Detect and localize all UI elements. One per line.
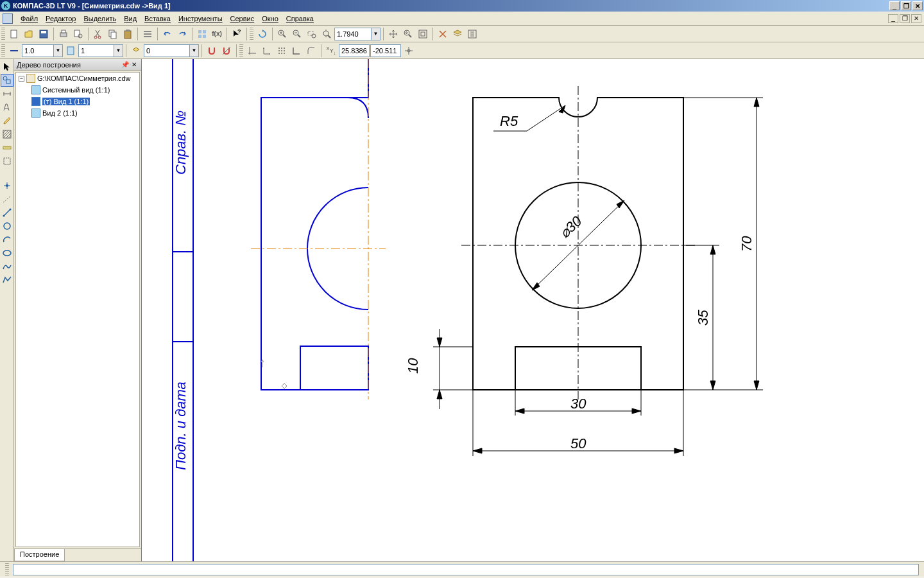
minimize-button[interactable]: _ xyxy=(889,1,900,10)
menu-view[interactable]: Вид xyxy=(120,13,141,24)
help-cursor-button[interactable]: ? xyxy=(230,27,244,41)
restore-button[interactable]: ❐ xyxy=(901,1,911,10)
dropdown-icon[interactable]: ▼ xyxy=(372,28,381,40)
pin-button[interactable]: 📌 xyxy=(121,60,130,69)
state-button-1[interactable] xyxy=(64,44,78,58)
mdi-close-button[interactable]: ✕ xyxy=(911,14,921,23)
polyline-tool-button[interactable] xyxy=(1,274,13,286)
xy-label-button[interactable]: XY↓ xyxy=(324,44,338,58)
dropdown-icon[interactable]: ▼ xyxy=(114,44,123,57)
geometry-tool-button[interactable] xyxy=(1,74,13,87)
toolbar-grip[interactable] xyxy=(1,44,5,57)
snap-off-button[interactable] xyxy=(219,44,234,58)
menu-service[interactable]: Сервис xyxy=(227,13,259,24)
toolbar-grip[interactable] xyxy=(1,28,5,40)
menu-tools[interactable]: Инструменты xyxy=(175,13,227,24)
rebuild-button[interactable] xyxy=(436,27,450,41)
point-tool-button[interactable] xyxy=(1,179,13,192)
tree-body[interactable]: − G:\КОМПАС\Симметрия.cdw Системный вид … xyxy=(15,72,140,547)
toolbar-grip[interactable] xyxy=(5,563,9,576)
cut-button[interactable] xyxy=(91,27,105,41)
ellipse-tool-button[interactable] xyxy=(1,247,13,259)
zoom-out-button[interactable] xyxy=(290,27,304,41)
edit-tool-button[interactable] xyxy=(1,114,13,127)
zoom-window-button[interactable] xyxy=(305,27,319,41)
menu-window[interactable]: Окно xyxy=(258,13,282,24)
zoom-in-button[interactable] xyxy=(275,27,289,41)
menu-file[interactable]: Файл xyxy=(17,13,42,24)
line-style-button[interactable] xyxy=(7,44,21,58)
open-button[interactable] xyxy=(22,27,36,41)
dropdown-icon[interactable]: ▼ xyxy=(54,44,63,57)
polyline-icon xyxy=(2,275,12,285)
menu-edit[interactable]: Редактор xyxy=(42,13,80,24)
toolbar-grip[interactable] xyxy=(250,28,253,40)
refresh-button[interactable] xyxy=(255,27,270,41)
save-button[interactable] xyxy=(37,27,51,41)
line-tool-button[interactable] xyxy=(1,206,13,219)
tool-btn-1[interactable] xyxy=(245,44,259,58)
spline-tool-button[interactable] xyxy=(1,260,13,273)
close-button[interactable]: ✕ xyxy=(912,1,923,10)
settings-button[interactable] xyxy=(465,27,479,41)
line-width-combo[interactable]: ▼ xyxy=(22,44,63,57)
dimension-tool-button[interactable] xyxy=(1,87,13,100)
arc-tool-button[interactable] xyxy=(1,233,13,246)
y-coord-input[interactable] xyxy=(370,44,401,57)
tree-item[interactable]: Вид 2 (1:1) xyxy=(16,107,139,119)
mdi-minimize-button[interactable]: _ xyxy=(888,14,898,23)
tool-btn-3[interactable] xyxy=(275,44,289,58)
zoom-prev-button[interactable] xyxy=(401,27,415,41)
zoom-level-combo[interactable]: ▼ xyxy=(334,28,381,40)
menu-select[interactable]: Выделить xyxy=(80,13,120,24)
layers-button[interactable] xyxy=(450,27,465,41)
zoom-all-button[interactable] xyxy=(416,27,430,41)
doc-type-icon[interactable] xyxy=(3,13,13,24)
hatch-tool-button[interactable] xyxy=(1,128,13,141)
menu-insert[interactable]: Вставка xyxy=(141,13,175,24)
layer-combo[interactable]: ▼ xyxy=(144,44,199,57)
drawing-canvas[interactable]: Справ. № Подп. и дата xyxy=(142,59,924,561)
view-input[interactable] xyxy=(78,44,114,57)
tree-item[interactable]: (т) Вид 1 (1:1) xyxy=(16,96,139,107)
coord-confirm-button[interactable] xyxy=(402,44,416,58)
undo-button[interactable] xyxy=(160,27,175,41)
mdi-restore-button[interactable]: ❐ xyxy=(900,14,910,23)
paste-button[interactable] xyxy=(121,27,135,41)
tree-item[interactable]: Системный вид (1:1) xyxy=(16,84,139,96)
tree-tab-build[interactable]: Построение xyxy=(14,549,65,561)
tool-btn-2[interactable] xyxy=(260,44,274,58)
line-width-input[interactable] xyxy=(22,44,54,57)
new-button[interactable] xyxy=(7,27,21,41)
layer-input[interactable] xyxy=(144,44,190,57)
zoom-dynamic-button[interactable] xyxy=(320,27,334,41)
cursor-tool-button[interactable] xyxy=(1,60,13,73)
layer-icon-button[interactable] xyxy=(129,44,143,58)
dropdown-icon[interactable]: ▼ xyxy=(190,44,199,57)
variables-button[interactable]: f(x) xyxy=(210,27,224,41)
pan-button[interactable] xyxy=(386,27,400,41)
circle-tool-button[interactable] xyxy=(1,220,13,232)
tool-btn-5[interactable] xyxy=(304,44,318,58)
tool-btn-4[interactable] xyxy=(289,44,304,58)
snap-on-button[interactable] xyxy=(205,44,219,58)
properties-button[interactable] xyxy=(141,27,155,41)
text-tool-button[interactable] xyxy=(1,101,13,114)
manager-button[interactable] xyxy=(195,27,209,41)
view-combo[interactable]: ▼ xyxy=(78,44,123,57)
copy-button[interactable] xyxy=(106,27,120,41)
toolbar-grip[interactable] xyxy=(239,44,243,57)
property-input[interactable] xyxy=(13,564,919,575)
tree-root[interactable]: − G:\КОМПАС\Симметрия.cdw xyxy=(16,73,139,84)
measure-tool-button[interactable] xyxy=(1,141,13,154)
tree-close-button[interactable]: ✕ xyxy=(130,60,139,69)
aux-line-tool-button[interactable] xyxy=(1,193,13,206)
print-button[interactable] xyxy=(56,27,71,41)
menu-help[interactable]: Справка xyxy=(282,13,318,24)
select-tool-button[interactable] xyxy=(1,155,13,168)
zoom-level-input[interactable] xyxy=(334,28,372,40)
x-coord-input[interactable] xyxy=(339,44,370,57)
redo-button[interactable] xyxy=(175,27,189,41)
preview-button[interactable] xyxy=(71,27,85,41)
collapse-icon[interactable]: − xyxy=(19,76,24,82)
